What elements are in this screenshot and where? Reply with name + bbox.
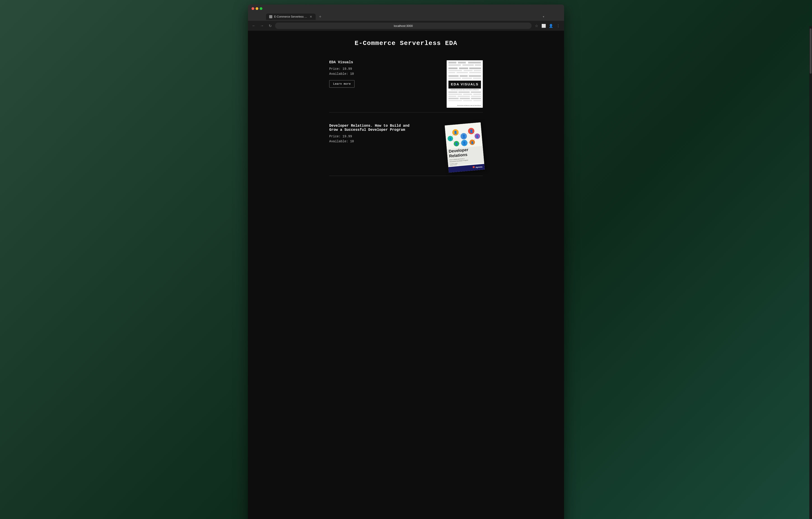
- svg-rect-7: [475, 64, 481, 66]
- address-bar: ← → ↻ ☆ ⬜ 👤 ⋮: [248, 21, 564, 31]
- tab-favicon: [269, 15, 272, 18]
- svg-rect-22: [448, 78, 461, 79]
- svg-text:Event-driven architecture note: Event-driven architecture notes by David…: [457, 105, 481, 106]
- product-available-eda-visuals: Available: 10: [329, 72, 440, 76]
- svg-rect-15: [448, 72, 455, 73]
- svg-rect-24: [473, 78, 481, 79]
- outer-background: E-Commerce Serverless EDA ✕ + ▾ ← → ↻ ☆ …: [0, 0, 812, 519]
- product-image-eda-visuals: EDA VISUALS Small bite sized visuals abo…: [447, 60, 483, 108]
- svg-rect-13: [464, 70, 473, 71]
- traffic-lights: [252, 7, 262, 10]
- svg-rect-38: [460, 98, 470, 99]
- svg-text:👤: 👤: [462, 134, 466, 139]
- svg-rect-5: [448, 64, 461, 66]
- svg-rect-37: [448, 98, 459, 99]
- profile-icon[interactable]: 👤: [548, 23, 554, 29]
- svg-rect-28: [448, 91, 458, 93]
- fullscreen-button[interactable]: [260, 7, 262, 10]
- page-title: E-Commerce Serverless EDA: [253, 40, 559, 47]
- product-image-developer-relations: 👤 👤 👤 👤 👤: [445, 122, 485, 173]
- product-price-developer-relations: Price: 19.99: [329, 135, 440, 138]
- reload-button[interactable]: ↻: [267, 23, 273, 29]
- svg-text:👤: 👤: [462, 141, 466, 145]
- menu-icon[interactable]: ⋮: [555, 23, 561, 29]
- tab-title: E-Commerce Serverless EDA: [274, 15, 307, 18]
- svg-rect-29: [458, 91, 470, 93]
- new-tab-button[interactable]: +: [318, 14, 323, 20]
- svg-rect-33: [473, 94, 481, 95]
- svg-rect-17: [469, 72, 481, 73]
- active-tab[interactable]: E-Commerce Serverless EDA ✕: [266, 13, 316, 20]
- tab-close-icon[interactable]: ✕: [309, 15, 313, 19]
- svg-rect-34: [448, 96, 456, 97]
- product-item-eda-visuals: EDA Visuals Price: 19.99 Available: 10 L…: [329, 56, 483, 113]
- svg-text:👤: 👤: [475, 135, 479, 138]
- extensions-icon[interactable]: ⬜: [541, 23, 547, 29]
- svg-text:👤: 👤: [449, 137, 452, 141]
- learn-more-button-eda-visuals[interactable]: Learn more: [329, 80, 354, 88]
- title-bar: [248, 4, 564, 13]
- svg-rect-12: [448, 70, 462, 71]
- svg-rect-35: [458, 96, 470, 97]
- svg-rect-20: [460, 75, 468, 77]
- back-button[interactable]: ←: [251, 23, 257, 29]
- svg-rect-30: [471, 91, 481, 93]
- tab-bar: E-Commerce Serverless EDA ✕ + ▾: [248, 13, 564, 21]
- svg-rect-6: [462, 64, 474, 66]
- product-info-eda-visuals: EDA Visuals Price: 19.99 Available: 10 L…: [329, 60, 447, 88]
- developer-relations-cover-image: 👤 👤 👤 👤 👤: [445, 122, 485, 173]
- svg-rect-39: [471, 98, 481, 99]
- svg-rect-10: [459, 67, 468, 69]
- svg-rect-42: [473, 100, 481, 101]
- eda-visuals-cover-image: EDA VISUALS Small bite sized visuals abo…: [447, 60, 483, 108]
- products-container: EDA Visuals Price: 19.99 Available: 10 L…: [329, 56, 483, 176]
- product-name-developer-relations: Developer Relations. How to Build andGro…: [329, 124, 440, 132]
- svg-text:EDA VISUALS: EDA VISUALS: [451, 82, 478, 86]
- product-divider: [329, 113, 483, 119]
- product-item-developer-relations: Developer Relations. How to Build andGro…: [329, 119, 483, 176]
- svg-rect-11: [469, 67, 481, 69]
- svg-rect-36: [471, 96, 481, 97]
- svg-rect-40: [448, 100, 462, 101]
- product-name-eda-visuals: EDA Visuals: [329, 60, 440, 64]
- svg-rect-2: [458, 62, 466, 63]
- svg-rect-16: [457, 72, 468, 73]
- svg-rect-23: [462, 78, 472, 79]
- svg-rect-21: [469, 75, 481, 77]
- bookmark-icon[interactable]: ☆: [533, 23, 540, 29]
- page-content: E-Commerce Serverless EDA EDA Visuals Pr…: [248, 31, 564, 519]
- svg-text:👤: 👤: [454, 131, 458, 135]
- address-input[interactable]: [275, 23, 531, 29]
- svg-rect-31: [448, 94, 462, 95]
- product-available-developer-relations: Available: 10: [329, 140, 440, 143]
- svg-text:👤: 👤: [471, 141, 474, 144]
- svg-rect-19: [448, 75, 459, 77]
- svg-rect-9: [448, 67, 458, 69]
- svg-rect-41: [463, 100, 472, 101]
- product-price-eda-visuals: Price: 19.99: [329, 67, 440, 71]
- product-info-developer-relations: Developer Relations. How to Build andGro…: [329, 124, 447, 148]
- forward-button[interactable]: →: [259, 23, 265, 29]
- address-actions: ☆ ⬜ 👤 ⋮: [533, 23, 561, 29]
- svg-rect-4: [476, 62, 481, 63]
- svg-rect-1: [448, 62, 456, 63]
- svg-text:👤: 👤: [469, 129, 473, 133]
- svg-rect-32: [463, 94, 472, 95]
- svg-rect-14: [474, 70, 481, 71]
- svg-text:Small bite sized visuals about: Small bite sized visuals about event-dri…: [451, 89, 479, 90]
- tab-dropdown-icon[interactable]: ▾: [543, 15, 546, 18]
- minimize-button[interactable]: [256, 7, 258, 10]
- close-button[interactable]: [252, 7, 254, 10]
- browser-window: E-Commerce Serverless EDA ✕ + ▾ ← → ↻ ☆ …: [248, 4, 564, 519]
- svg-text:👤: 👤: [455, 142, 458, 146]
- svg-rect-79: [473, 166, 475, 168]
- svg-rect-3: [468, 62, 476, 63]
